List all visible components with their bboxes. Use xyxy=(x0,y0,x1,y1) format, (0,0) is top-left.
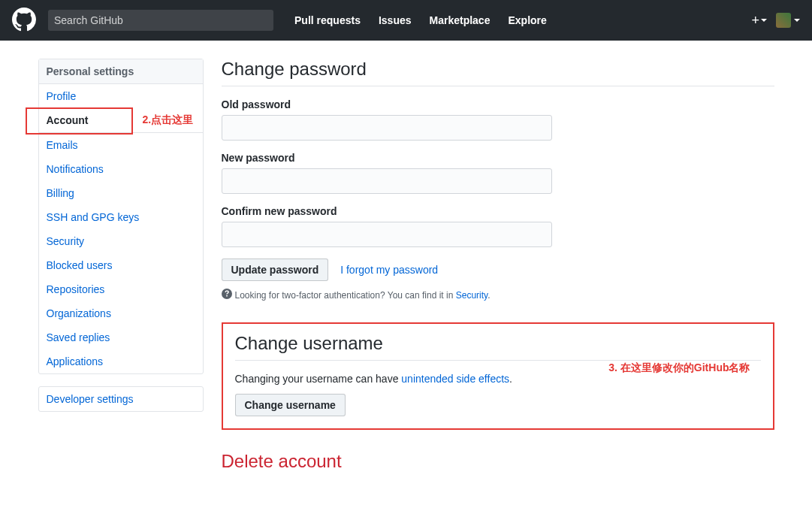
sidebar-item-security[interactable]: Security xyxy=(39,229,203,253)
sidebar-item-saved-replies[interactable]: Saved replies xyxy=(39,325,203,349)
sidebar-item-applications[interactable]: Applications xyxy=(39,349,203,373)
side-effects-link[interactable]: unintended side effects xyxy=(401,373,509,385)
update-password-button[interactable]: Update password xyxy=(222,259,329,281)
caret-down-icon xyxy=(794,19,800,25)
sidebar-item-organizations[interactable]: Organizations xyxy=(39,301,203,325)
avatar xyxy=(776,13,791,28)
nav-marketplace[interactable]: Marketplace xyxy=(421,14,500,26)
sidebar-item-billing[interactable]: Billing xyxy=(39,181,203,205)
sidebar-item-profile[interactable]: Profile xyxy=(39,84,203,108)
change-username-button[interactable]: Change username xyxy=(235,394,346,416)
menu-header: Personal settings xyxy=(39,59,203,84)
annotation-step3-text: 3. 在这里修改你的GitHub名称 xyxy=(608,361,750,375)
forgot-password-link[interactable]: I forgot my password xyxy=(340,264,438,276)
search-input[interactable] xyxy=(48,10,273,31)
sidebar-item-ssh[interactable]: SSH and GPG keys xyxy=(39,205,203,229)
user-menu-dropdown[interactable] xyxy=(776,13,800,28)
delete-account-title: Delete account xyxy=(222,451,774,478)
nav-issues[interactable]: Issues xyxy=(370,14,421,26)
sidebar-item-notifications[interactable]: Notifications xyxy=(39,157,203,181)
create-new-dropdown[interactable]: + xyxy=(751,13,767,29)
new-password-input[interactable] xyxy=(222,168,552,194)
old-password-label: Old password xyxy=(222,98,774,110)
github-logo-icon[interactable] xyxy=(12,8,36,34)
confirm-password-input[interactable] xyxy=(222,222,552,247)
username-desc-text: Changing your username can have xyxy=(235,373,402,385)
change-username-section: Change username Changing your username c… xyxy=(222,322,774,430)
new-password-label: New password xyxy=(222,152,774,164)
annotation-step2-text: 2.点击这里 xyxy=(143,113,194,127)
sidebar-item-developer[interactable]: Developer settings xyxy=(39,387,203,411)
caret-down-icon xyxy=(761,19,767,25)
change-password-title: Change password xyxy=(222,59,774,86)
plus-icon: + xyxy=(751,13,759,29)
confirm-password-label: Confirm new password xyxy=(222,205,774,217)
change-username-title: Change username xyxy=(235,333,761,361)
tfa-note-text: Looking for two-factor authentication? Y… xyxy=(235,290,456,301)
question-circle-icon xyxy=(222,289,232,301)
old-password-input[interactable] xyxy=(222,115,552,141)
sidebar-item-blocked[interactable]: Blocked users xyxy=(39,253,203,277)
nav-explore[interactable]: Explore xyxy=(499,14,555,26)
sidebar-item-emails[interactable]: Emails xyxy=(39,133,203,157)
sidebar-item-repositories[interactable]: Repositories xyxy=(39,277,203,301)
settings-menu: Personal settings Profile Account 2.点击这里… xyxy=(38,59,204,374)
tfa-security-link[interactable]: Security xyxy=(456,290,488,301)
nav-pull-requests[interactable]: Pull requests xyxy=(285,14,370,26)
